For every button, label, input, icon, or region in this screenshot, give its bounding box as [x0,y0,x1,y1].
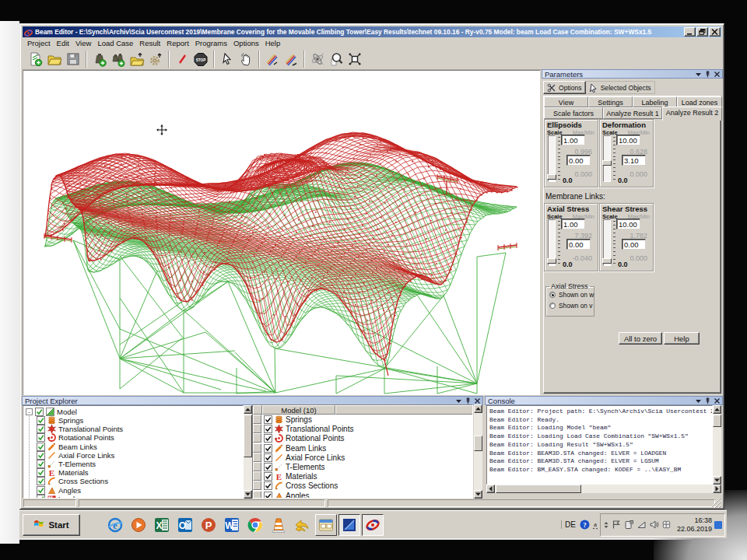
checkbox-checked[interactable] [37,460,45,468]
grid-row-header[interactable] [253,491,261,499]
console-vscrollbar[interactable] [713,405,721,485]
draw-polyline-button[interactable] [282,51,300,68]
add-load-case-button[interactable] [91,51,108,68]
grid-row-label[interactable]: Translational Points [286,425,353,433]
checkbox-checked[interactable] [264,472,272,481]
grid-row[interactable]: Springs [253,415,312,424]
grid-row-label[interactable]: Beam Links [286,444,326,453]
grid-row-label[interactable]: Materials [286,472,317,481]
menu-load-case[interactable]: Load Case [94,39,136,47]
grid-row[interactable]: Beam Links [253,443,326,453]
orbit-rotate-button[interactable] [309,51,326,68]
tree-item-label[interactable]: Springs [58,416,83,425]
checkbox-checked[interactable] [264,453,272,462]
media-player-icon[interactable] [127,515,150,535]
grid-row-header[interactable] [253,481,261,490]
console-log[interactable]: Beam Editor: Project path: E:\Synch\Arch… [486,405,713,485]
tree-item-label[interactable]: Materials [58,468,89,477]
checkbox-checked[interactable] [264,444,272,453]
panel-menu-icon[interactable] [694,397,702,404]
grid-row[interactable]: E Materials [253,471,317,481]
checkbox-checked[interactable] [37,416,45,425]
grid-row[interactable]: Axial Force Links [253,453,345,462]
open-project-button[interactable] [46,51,63,68]
menu-project[interactable]: Project [23,39,54,47]
tree-item[interactable]: Translational Points [23,425,123,433]
excel-icon[interactable]: X [150,515,174,535]
tree-item[interactable]: Beam Links [23,443,97,451]
network-signal-icon[interactable] [637,520,647,530]
tab-load-zones[interactable]: Load zones [677,96,722,107]
internet-explorer-icon[interactable]: e [103,515,127,535]
tree-item[interactable]: Rotational Points [23,433,114,442]
tree-item-label[interactable]: Translational Points [58,425,123,433]
select-cursor-button[interactable] [219,51,236,68]
outlook-icon[interactable]: O [174,515,197,535]
grid-column-header[interactable]: Model (10) [262,405,335,415]
panel-menu-icon[interactable] [694,70,702,78]
checkbox-checked[interactable] [37,451,45,460]
volume-icon[interactable] [649,520,659,530]
resize-grip[interactable] [712,499,721,508]
flag-icon[interactable] [612,520,622,530]
collapse-icon[interactable]: - [26,408,33,415]
tree-scrollbar[interactable] [244,405,252,499]
scanner-icon[interactable] [624,520,634,530]
checkbox-checked[interactable] [37,468,45,477]
panel-close-icon[interactable] [713,397,721,404]
restore-button[interactable] [696,27,708,37]
tree-item[interactable]: E Materials [23,468,89,477]
grid-row-header[interactable] [253,443,261,453]
panel-pin-icon[interactable] [464,397,472,404]
clover-icon[interactable] [661,520,672,530]
grid-row[interactable]: T-Elements [253,462,325,471]
menu-edit[interactable]: Edit [54,39,72,47]
grid-row[interactable]: Translational Points [253,424,353,433]
new-project-button[interactable] [27,51,44,68]
grid-row-header[interactable] [253,415,261,424]
import-result-button[interactable] [128,51,146,68]
powerpoint-icon[interactable]: P [197,515,220,535]
text-service-icon[interactable]: a [592,520,598,530]
tree-item-label[interactable]: Rotational Points [58,433,114,442]
checkbox-checked[interactable] [37,443,45,451]
tab-analyze-result-2[interactable]: Analyze Result 2 [662,107,722,121]
zoom-extents-button[interactable] [346,51,363,68]
tree-item-model[interactable]: - Model [23,408,77,416]
grid-row-header[interactable] [253,471,261,481]
checkbox-checked[interactable] [264,434,272,443]
clear-result-button[interactable] [174,51,191,68]
checkbox-checked[interactable] [264,492,272,499]
tree-item-label[interactable]: T-Elements [58,460,96,468]
grid-row-label[interactable]: Angles [286,492,310,499]
panel-menu-icon[interactable] [454,397,462,404]
tree-item-label[interactable]: Beam Links [58,443,97,451]
checkbox-checked[interactable] [264,463,272,471]
run-analysis-button[interactable] [147,51,164,68]
help-circle-icon[interactable]: ? [580,520,590,530]
menu-programs[interactable]: Programs [192,39,230,47]
grid-row-header[interactable] [253,453,261,462]
file-manager-task-button[interactable] [315,514,337,536]
grid-row-label[interactable]: Springs [286,415,312,424]
grid-row-header[interactable] [253,462,261,471]
grid-row[interactable]: Cross Sections [253,481,338,490]
panel-pin-icon[interactable] [703,397,711,404]
word-icon[interactable]: W [220,515,244,535]
tree-item[interactable]: Cross Sections [23,477,108,485]
grid-row-header[interactable] [253,424,261,433]
tab-selected-objects[interactable]: Selected Objects [586,81,655,94]
vlc-icon[interactable] [267,515,290,535]
save-project-button[interactable] [65,51,82,68]
menu-report[interactable]: Report [163,39,192,47]
checkbox-checked[interactable] [35,408,44,416]
grid-row-header[interactable] [253,433,261,443]
stop-button[interactable]: STOP [192,51,209,68]
blue-app-task-button[interactable] [338,514,360,536]
draw-line-button[interactable] [264,51,281,68]
tab-options[interactable]: Options [543,81,586,94]
tray-clock[interactable]: 16:38 22.06.2019 [677,516,712,534]
menu-options[interactable]: Options [230,39,262,47]
tree-item[interactable]: Axial Force Links [23,451,114,460]
tree-item-label[interactable]: Model [57,408,77,416]
